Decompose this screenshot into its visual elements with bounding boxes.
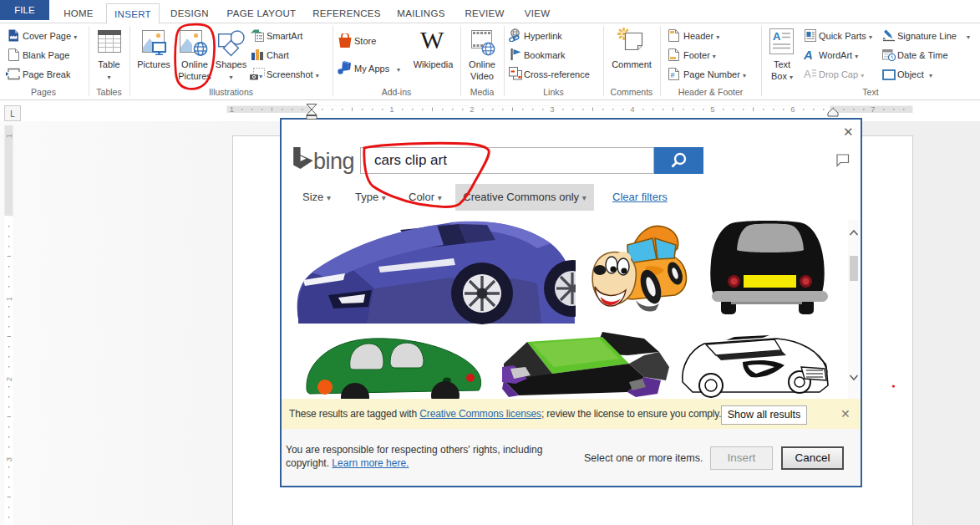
svg-text:bing: bing xyxy=(313,149,354,174)
svg-text:7: 7 xyxy=(871,104,875,114)
svg-text:1: 1 xyxy=(389,104,394,114)
svg-text:A: A xyxy=(804,68,811,79)
svg-text:4: 4 xyxy=(630,104,634,114)
svg-text:1: 1 xyxy=(230,104,234,114)
svg-text:A: A xyxy=(773,30,781,43)
svg-text:2: 2 xyxy=(4,377,13,381)
svg-text:5: 5 xyxy=(710,104,714,114)
svg-text:2: 2 xyxy=(470,104,474,114)
svg-text:1: 1 xyxy=(4,134,13,138)
svg-text:6: 6 xyxy=(790,104,795,114)
svg-text:3: 3 xyxy=(550,104,554,114)
svg-text:3: 3 xyxy=(4,457,13,461)
svg-text:#: # xyxy=(671,71,675,79)
svg-text:1: 1 xyxy=(4,297,13,301)
